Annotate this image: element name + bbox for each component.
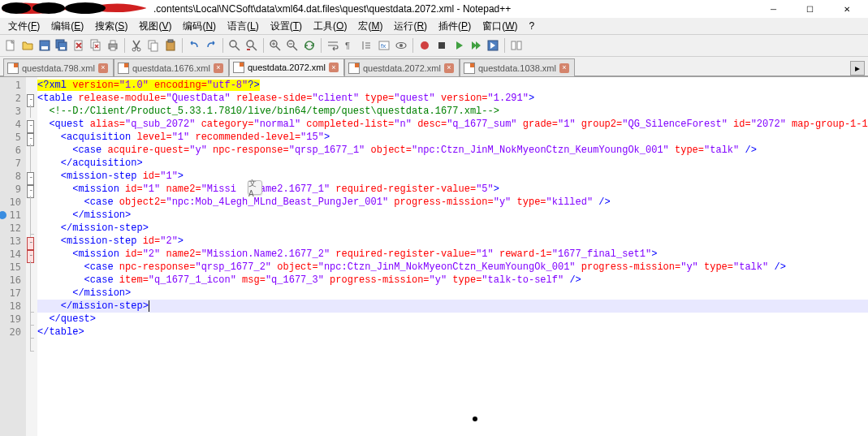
editor[interactable]: 1234567891011121314151617181920 <?xml ve…	[0, 76, 868, 436]
code-line[interactable]: <mission-step id="2">	[37, 235, 868, 248]
open-icon[interactable]	[20, 38, 35, 53]
code-line[interactable]: <quest alias="q_sub_2072" category="norm…	[37, 118, 868, 131]
line-number[interactable]: 10	[0, 196, 21, 209]
redo-icon[interactable]	[204, 38, 218, 53]
save-macro-icon[interactable]	[486, 38, 500, 53]
maximize-button[interactable]: ☐	[792, 0, 828, 18]
code-line[interactable]: </mission>	[37, 209, 868, 222]
eye-icon[interactable]	[394, 38, 408, 53]
menu-V[interactable]: 视图(V)	[134, 18, 176, 35]
code-line[interactable]: <mission-step id="1">	[37, 170, 868, 183]
minimize-button[interactable]: ─	[755, 0, 792, 18]
line-number[interactable]: 6	[0, 144, 21, 157]
code-line[interactable]: </mission-step>	[37, 300, 868, 313]
code-line[interactable]: <acquisition level="1" recommended-level…	[37, 131, 868, 144]
save-all-icon[interactable]	[54, 38, 69, 53]
compare-icon[interactable]	[509, 38, 524, 53]
line-number[interactable]: 12	[0, 222, 21, 235]
menu-R[interactable]: 运行(R)	[389, 18, 432, 35]
fold-marker[interactable]	[26, 92, 37, 105]
line-number[interactable]: 2	[0, 92, 21, 105]
menu-E[interactable]: 编辑(E)	[46, 18, 89, 35]
code-area[interactable]: <?xml version="1.0" encoding="utf-8"?><t…	[37, 77, 868, 436]
code-line[interactable]: <mission id="1" name2="Missi Name2.1677_…	[37, 183, 868, 196]
code-line[interactable]: </mission>	[37, 287, 868, 300]
fold-marker[interactable]	[26, 105, 37, 118]
code-line[interactable]: </quest>	[37, 313, 868, 326]
menu-L[interactable]: 语言(L)	[222, 18, 264, 35]
line-number[interactable]: 18	[0, 300, 21, 313]
paste-icon[interactable]	[163, 38, 178, 53]
tab-close-icon[interactable]: ×	[444, 63, 454, 73]
code-line[interactable]: <table release-module="QuestData" releas…	[37, 92, 868, 105]
tab-4[interactable]: questdata.1038.xml×	[460, 58, 575, 76]
code-line[interactable]: <case acquire-quest="y" npc-response="qr…	[37, 144, 868, 157]
line-number[interactable]: 20	[0, 326, 21, 339]
fold-marker[interactable]	[26, 118, 37, 131]
fold-marker[interactable]	[26, 131, 37, 144]
show-all-icon[interactable]: ¶	[343, 38, 357, 53]
tab-close-icon[interactable]: ×	[329, 63, 339, 72]
line-number[interactable]: 5	[0, 131, 21, 144]
menu-S[interactable]: 搜索(S)	[90, 18, 132, 35]
code-line[interactable]: <case object2="npc:Mob_4Legh_MLnd_Beast_…	[37, 196, 868, 209]
line-number[interactable]: 4	[0, 118, 21, 131]
tab-scroll-right-icon[interactable]: ▸	[850, 61, 865, 76]
zoom-in-icon[interactable]	[268, 38, 283, 53]
line-number[interactable]: 15	[0, 261, 21, 274]
line-number[interactable]: 11	[0, 209, 21, 222]
fold-marker[interactable]	[26, 196, 37, 209]
fold-marker[interactable]	[26, 222, 37, 235]
code-line[interactable]: </table>	[37, 326, 868, 339]
line-number[interactable]: 14	[0, 248, 21, 261]
zoom-out-icon[interactable]	[285, 38, 300, 53]
tab-close-icon[interactable]: ×	[98, 63, 108, 73]
fold-marker[interactable]	[26, 157, 37, 170]
indent-guide-icon[interactable]	[360, 38, 374, 53]
code-line[interactable]: </acquisition>	[37, 157, 868, 170]
fold-marker[interactable]	[26, 170, 37, 183]
fold-marker[interactable]	[26, 144, 37, 157]
line-number[interactable]: 1	[0, 79, 21, 92]
copy-icon[interactable]	[146, 38, 161, 53]
menu-M[interactable]: 宏(M)	[353, 18, 387, 35]
line-number[interactable]: 17	[0, 287, 21, 300]
line-number[interactable]: 8	[0, 170, 21, 183]
tab-2[interactable]: questdata.2072.xml×	[229, 58, 344, 76]
play-icon[interactable]	[451, 38, 466, 53]
replace-icon[interactable]	[244, 38, 259, 53]
fold-marker[interactable]	[26, 248, 37, 261]
menu-T[interactable]: 设置(T)	[266, 18, 307, 35]
tab-0[interactable]: questdata.798.xml×	[3, 58, 114, 76]
menu-W[interactable]: 窗口(W)	[477, 18, 522, 35]
undo-icon[interactable]	[187, 38, 201, 53]
wrap-icon[interactable]	[326, 38, 340, 53]
fold-marker[interactable]	[26, 326, 37, 339]
cut-icon[interactable]	[129, 38, 144, 53]
translate-icon[interactable]: 文A	[248, 180, 262, 195]
fold-marker[interactable]	[26, 274, 37, 287]
tab-1[interactable]: questdata.1676.xml×	[114, 58, 229, 76]
fold-marker[interactable]	[26, 300, 37, 313]
play-multi-icon[interactable]	[469, 38, 483, 53]
tab-close-icon[interactable]: ×	[559, 63, 569, 73]
line-number[interactable]: 13	[0, 235, 21, 248]
line-number[interactable]: 16	[0, 274, 21, 287]
close-button[interactable]: ✕	[828, 0, 865, 18]
menu-help[interactable]: ?	[524, 19, 539, 33]
code-line[interactable]: </mission-step>	[37, 222, 868, 235]
menu-O[interactable]: 工具(O)	[309, 18, 352, 35]
find-icon[interactable]	[227, 38, 242, 53]
code-line[interactable]: <case item="q_1677_1_icon" msg="q_1677_3…	[37, 274, 868, 287]
fold-marker[interactable]	[26, 313, 37, 326]
tab-3[interactable]: questdata.2072.xml×	[344, 58, 460, 76]
line-number-gutter[interactable]: 1234567891011121314151617181920	[0, 77, 26, 436]
fold-marker[interactable]	[26, 235, 37, 248]
fold-marker[interactable]	[26, 261, 37, 274]
fold-column[interactable]	[26, 77, 37, 436]
lang-icon[interactable]: fx	[377, 38, 391, 53]
fold-marker[interactable]	[26, 183, 37, 196]
tab-close-icon[interactable]: ×	[214, 63, 223, 73]
fold-marker[interactable]	[26, 209, 37, 222]
close-icon[interactable]	[71, 38, 86, 53]
